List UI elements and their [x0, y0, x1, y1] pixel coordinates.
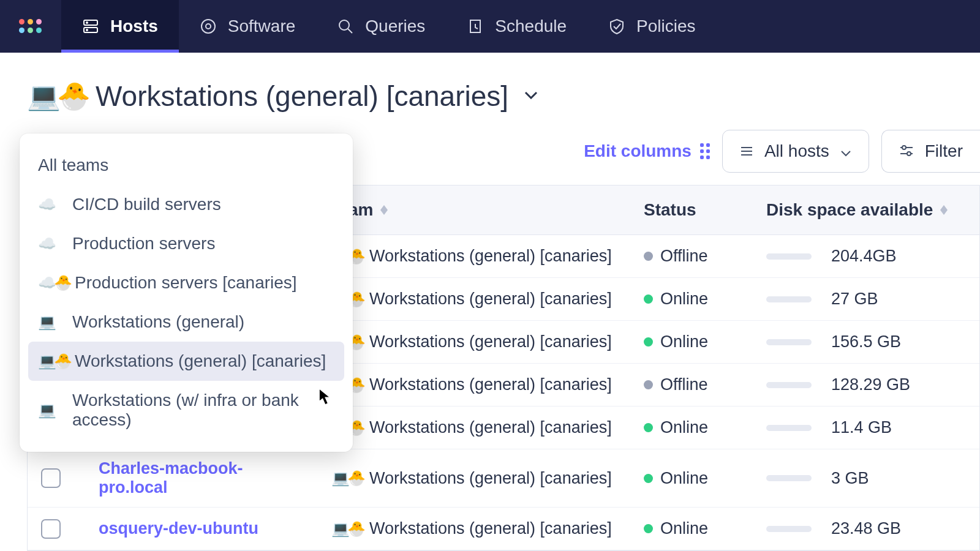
sort-icon[interactable]	[380, 205, 388, 215]
hosts-icon	[82, 18, 99, 35]
svg-point-14	[907, 152, 911, 156]
status-dot	[644, 524, 653, 533]
svg-point-3	[86, 29, 88, 31]
svg-marker-18	[940, 210, 948, 215]
team-option[interactable]: ☁️CI/CD build servers	[20, 185, 353, 224]
column-header-status[interactable]: Status	[644, 200, 696, 220]
sliders-icon	[899, 141, 914, 161]
table-row[interactable]: Charles-macbook-pro.local💻🐣Workstations …	[28, 449, 979, 508]
status-dot	[644, 252, 653, 261]
disk-bar	[766, 526, 812, 532]
disk-bar	[766, 382, 812, 388]
status-dot	[644, 474, 653, 483]
nav-software[interactable]: Software	[179, 0, 317, 53]
team-option[interactable]: 💻🐣Workstations (general) [canaries]	[28, 342, 344, 381]
svg-point-6	[339, 20, 349, 30]
page-title: Workstations (general) [canaries]	[96, 80, 508, 113]
filter-button[interactable]: Filter	[881, 130, 980, 173]
all-hosts-label: All hosts	[764, 141, 829, 161]
edit-columns-button[interactable]: Edit columns	[584, 141, 710, 161]
svg-marker-16	[380, 210, 388, 215]
all-hosts-filter[interactable]: All hosts	[722, 130, 869, 173]
row-checkbox[interactable]	[41, 468, 61, 488]
schedule-icon	[467, 18, 484, 35]
top-nav: HostsSoftwareQueriesSchedulePolicies	[0, 0, 980, 53]
status-dot	[644, 423, 653, 432]
team-option[interactable]: 💻Workstations (general)	[20, 302, 353, 342]
page-title-emoji: 💻🐣	[27, 80, 87, 112]
svg-point-12	[902, 146, 906, 149]
svg-marker-17	[940, 205, 948, 210]
disk-bar	[766, 475, 812, 481]
disk-bar	[766, 425, 812, 431]
list-icon	[740, 141, 753, 161]
nav-hosts[interactable]: Hosts	[61, 0, 179, 53]
nav-queries[interactable]: Queries	[316, 0, 446, 53]
cursor-icon	[318, 388, 332, 408]
status-dot	[644, 337, 653, 347]
svg-line-7	[348, 29, 352, 33]
page-title-row: 💻🐣 Workstations (general) [canaries]	[0, 53, 980, 124]
logo[interactable]	[0, 0, 61, 53]
status-dot	[644, 294, 653, 304]
columns-icon	[700, 143, 710, 159]
nav-policies[interactable]: Policies	[587, 0, 716, 53]
status-dot	[644, 380, 653, 389]
nav-schedule[interactable]: Schedule	[446, 0, 587, 53]
column-header-disk[interactable]: Disk space available	[766, 200, 933, 220]
svg-marker-15	[380, 205, 388, 210]
filter-label: Filter	[925, 141, 963, 161]
team-dropdown[interactable]: All teams☁️CI/CD build servers☁️Producti…	[20, 133, 353, 452]
queries-icon	[337, 18, 354, 35]
disk-bar	[766, 296, 812, 302]
host-link[interactable]: Charles-macbook-pro.local	[99, 459, 304, 497]
team-selector-caret[interactable]	[524, 91, 538, 102]
sort-icon[interactable]	[940, 205, 948, 215]
team-option[interactable]: 💻Workstations (w/ infra or bank access)	[20, 381, 353, 440]
disk-bar	[766, 253, 812, 260]
team-option[interactable]: ☁️🐣Production servers [canaries]	[20, 263, 353, 302]
policies-icon	[608, 18, 625, 35]
chevron-down-icon	[840, 141, 851, 161]
team-option[interactable]: ☁️Production servers	[20, 224, 353, 263]
svg-point-4	[202, 20, 215, 33]
table-row[interactable]: osquery-dev-ubuntu💻🐣Workstations (genera…	[28, 508, 979, 550]
svg-point-5	[206, 24, 211, 29]
host-link[interactable]: osquery-dev-ubuntu	[99, 519, 258, 538]
team-option[interactable]: All teams	[20, 146, 353, 185]
row-checkbox[interactable]	[41, 519, 61, 539]
svg-point-2	[86, 22, 88, 23]
disk-bar	[766, 339, 812, 345]
software-icon	[200, 18, 217, 35]
edit-columns-label: Edit columns	[584, 141, 692, 161]
